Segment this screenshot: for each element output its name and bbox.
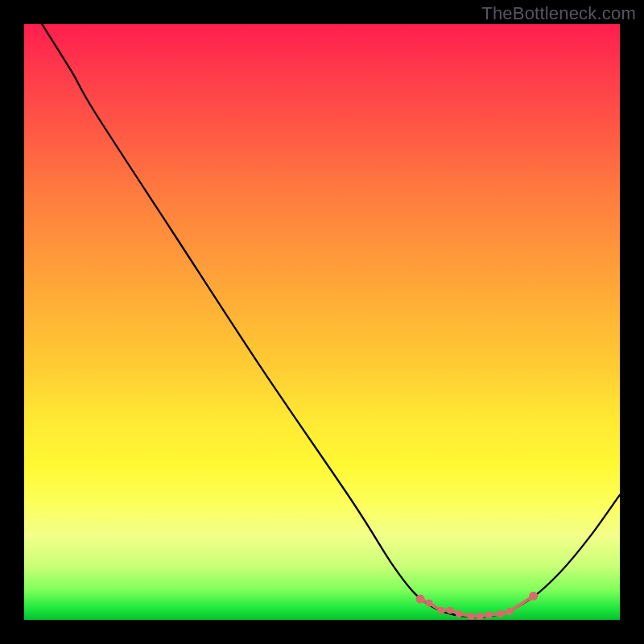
- valley-marker-dot: [426, 600, 433, 607]
- valley-marker-dot: [416, 595, 425, 604]
- valley-marker-dot: [456, 610, 463, 617]
- valley-marker-dot: [468, 613, 475, 620]
- valley-marker-dot: [477, 613, 484, 620]
- valley-marker-line: [420, 596, 534, 616]
- watermark-text: TheBottleneck.com: [481, 3, 636, 24]
- valley-marker-group: [416, 592, 539, 620]
- chart-container: TheBottleneck.com: [0, 0, 644, 644]
- valley-marker-dot: [438, 607, 445, 614]
- valley-marker-dot: [447, 607, 454, 614]
- valley-marker-dot: [529, 592, 538, 601]
- valley-marker-dot: [506, 608, 514, 615]
- valley-marker-dot: [497, 610, 505, 617]
- chart-svg: [24, 24, 620, 620]
- bottleneck-curve: [42, 24, 620, 617]
- valley-marker-dot: [485, 612, 493, 619]
- plot-area: [24, 24, 620, 620]
